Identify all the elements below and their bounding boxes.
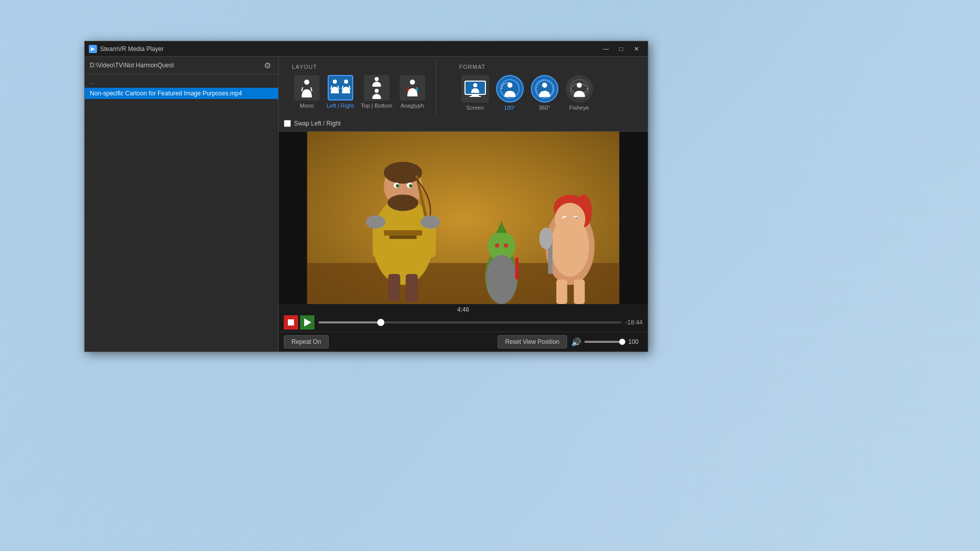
format-options: Screen [459,73,595,113]
file-path: D:\Video\TV\Not HarmonQuest [90,62,174,69]
file-list: .. Non-specific Cartoon for Featured Ima… [85,74,278,352]
format-180-button[interactable]: 180° [494,73,526,113]
screen-label: Screen [466,105,484,111]
play-button[interactable] [300,315,314,330]
svg-rect-58 [515,258,518,280]
main-content: D:\Video\TV\Not HarmonQuest ⚙ .. Non-spe… [85,57,648,352]
volume-thumb[interactable] [619,339,625,345]
format-fisheye-button[interactable]: Fisheye [564,73,595,113]
format-360-icon [531,75,558,103]
layout-left-right-button[interactable]: Left | Right [325,73,356,111]
playback-bar: 4:46 -18:44 [279,304,648,332]
seek-row: -18:44 [284,315,643,330]
svg-rect-44 [425,224,435,257]
controls-top-row: LAYOUT [284,60,643,117]
svg-rect-46 [406,274,418,302]
left-right-icon [328,75,353,101]
format-section: FORMAT [451,60,603,117]
seek-slider[interactable] [318,321,621,323]
svg-point-12 [375,89,379,93]
mono-label: Mono [300,103,314,109]
layout-options: Mono [292,73,427,111]
svg-point-41 [409,184,412,187]
format-360-label: 360° [538,105,550,111]
layout-section: LAYOUT [284,60,436,117]
reset-view-button[interactable]: Reset View Position [498,335,568,348]
svg-line-2 [311,87,312,91]
file-list-item[interactable]: Non-specific Cartoon for Featured Image … [85,88,278,99]
layout-top-bottom-button[interactable]: Top | Bottom [359,73,395,111]
svg-point-21 [473,83,477,87]
svg-rect-71 [574,280,584,304]
layout-anaglyph-button[interactable]: Anaglyph [398,73,427,111]
video-frame [279,132,648,304]
minimize-button[interactable]: — [599,44,613,54]
stop-button[interactable] [284,315,298,330]
svg-point-48 [421,215,440,229]
anaglyph-label: Anaglyph [401,103,424,109]
svg-line-1 [302,87,303,91]
top-bottom-label: Top | Bottom [361,103,393,109]
maximize-button[interactable]: □ [614,44,628,54]
main-window: ▶ SteamVR Media Player — □ ✕ D:\Video\TV… [84,41,648,352]
svg-rect-70 [556,280,567,304]
volume-slider[interactable] [584,341,625,343]
format-180-icon [496,75,524,103]
svg-point-25 [542,83,547,88]
window-title: SteamVR Media Player [100,45,599,53]
svg-point-40 [396,184,399,187]
volume-value: 100 [628,338,643,345]
swap-checkbox[interactable] [284,120,291,127]
svg-point-56 [504,243,508,248]
svg-point-3 [333,80,337,84]
svg-rect-20 [470,96,481,97]
video-area [279,132,648,304]
file-panel-header: D:\Video\TV\Not HarmonQuest ⚙ [85,57,278,74]
screen-format-icon [461,75,489,103]
svg-rect-43 [373,224,383,257]
time-remaining: -18:44 [625,319,643,326]
volume-icon[interactable]: 🔊 [571,337,581,347]
svg-point-55 [495,243,500,248]
svg-point-0 [304,80,309,85]
layout-label: LAYOUT [292,64,427,70]
svg-rect-45 [388,274,400,302]
svg-rect-33 [384,230,422,236]
controls-top: LAYOUT [279,57,648,132]
left-right-label: Left | Right [327,103,354,109]
swap-label: Swap Left / Right [294,120,340,127]
svg-point-6 [344,80,348,84]
svg-point-69 [540,228,553,249]
format-180-label: 180° [504,105,516,111]
settings-button[interactable]: ⚙ [262,60,273,71]
repeat-button[interactable]: Repeat On [284,335,329,348]
svg-point-23 [507,83,512,88]
svg-rect-34 [389,236,417,239]
title-bar: ▶ SteamVR Media Player — □ ✕ [85,41,648,57]
svg-line-17 [416,87,418,91]
file-panel: D:\Video\TV\Not HarmonQuest ⚙ .. Non-spe… [85,57,279,352]
close-button[interactable]: ✕ [629,44,644,54]
svg-point-9 [375,77,379,81]
svg-point-67 [551,216,589,277]
app-icon: ▶ [89,45,97,53]
bottom-controls: Repeat On Reset View Position 🔊 100 [279,332,648,352]
swap-row: Swap Left / Right [284,120,643,127]
window-controls: — □ ✕ [599,44,644,54]
format-screen-button[interactable]: Screen [459,73,491,113]
format-label: FORMAT [459,64,595,70]
playback-buttons [284,315,314,330]
svg-point-37 [387,194,418,211]
svg-point-47 [366,215,386,229]
layout-mono-button[interactable]: Mono [292,73,322,111]
anaglyph-icon [400,75,425,101]
right-panel: LAYOUT [279,57,648,352]
seek-thumb[interactable] [377,319,384,326]
parent-directory-item[interactable]: .. [85,77,278,88]
format-360-button[interactable]: 360° [529,73,560,113]
svg-line-16 [407,87,408,91]
seek-progress [318,321,381,323]
svg-point-57 [486,255,517,304]
volume-section: 🔊 100 [571,337,643,347]
top-bottom-icon [364,75,389,101]
